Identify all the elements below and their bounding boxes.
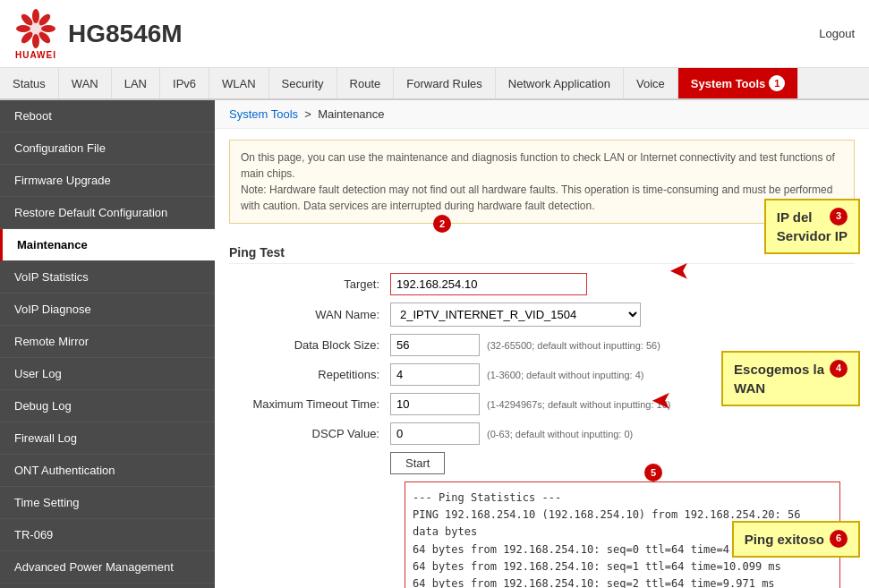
circle-5-icon: 5 (644, 464, 662, 481)
start-button[interactable]: Start (390, 452, 445, 474)
sidebar-item-power-mgmt[interactable]: Advanced Power Management (0, 551, 215, 584)
sidebar-item-voip-stats[interactable]: VoIP Statistics (0, 261, 215, 294)
circle-2-icon: 2 (433, 215, 451, 233)
wan-name-row: WAN Name: 2_IPTV_INTERNET_R_VID_1504 1_T… (229, 303, 855, 327)
header: HUAWEI HG8546M Logout (0, 0, 869, 68)
navbar: Status WAN LAN IPv6 WLAN Security Route … (0, 68, 869, 100)
timeout-label: Maximum Timeout Time: (229, 397, 390, 411)
arrow-3-icon: ➤ (669, 257, 690, 286)
block-size-hint: (32-65500; default without inputting: 56… (487, 340, 660, 351)
annotation-box-3: 3 IP delServidor IP (764, 199, 860, 254)
wan-name-select[interactable]: 2_IPTV_INTERNET_R_VID_1504 1_TR069_INTER… (390, 303, 641, 327)
target-label: Target: (229, 277, 390, 291)
dscp-label: DSCP Value: (229, 427, 390, 440)
circle-4-icon: 4 (830, 360, 848, 378)
sidebar-item-remote-mirror[interactable]: Remote Mirror (0, 326, 215, 358)
ping-test-title: Ping Test (229, 245, 855, 264)
breadcrumb-current: Maintenance (318, 107, 384, 121)
sidebar-item-time-setting[interactable]: Time Setting (0, 487, 215, 519)
wan-name-label: WAN Name: (229, 308, 390, 321)
start-row: Start (229, 452, 855, 474)
main-layout: Reboot Configuration File Firmware Upgra… (0, 100, 869, 588)
target-input[interactable] (390, 273, 587, 295)
content-area: System Tools > Maintenance On this page,… (215, 100, 869, 588)
sidebar-item-reboot[interactable]: Reboot (0, 100, 215, 132)
sidebar-item-tr069[interactable]: TR-069 (0, 519, 215, 551)
dscp-row: DSCP Value: (0-63; default without input… (229, 422, 855, 445)
target-row: Target: (229, 273, 855, 295)
arrow-4-icon: ➤ (652, 387, 672, 416)
nav-wan[interactable]: WAN (59, 68, 112, 98)
logout-button[interactable]: Logout (819, 27, 855, 40)
dscp-hint: (0-63; default without inputting: 0) (487, 429, 633, 439)
block-size-label: Data Block Size: (229, 338, 390, 352)
circle-6-icon: 6 (830, 530, 848, 548)
svg-point-7 (16, 25, 30, 32)
sidebar-item-debug-log[interactable]: Debug Log (0, 390, 215, 422)
annotation-box-4: 4 Escogemos laWAN (721, 351, 860, 406)
nav-voice[interactable]: Voice (624, 68, 678, 98)
nav-forward-rules[interactable]: Forward Rules (394, 68, 496, 98)
sidebar-item-ont-auth[interactable]: ONT Authentication (0, 455, 215, 487)
repetitions-input[interactable] (390, 363, 480, 386)
sidebar: Reboot Configuration File Firmware Upgra… (0, 100, 215, 588)
annotation-2: 2 (433, 215, 451, 233)
nav-lan[interactable]: LAN (112, 68, 160, 98)
info-text: On this page, you can use the maintenanc… (241, 149, 843, 214)
block-size-input[interactable] (390, 334, 480, 356)
circle-3-icon: 3 (830, 208, 848, 226)
info-box: On this page, you can use the maintenanc… (229, 140, 855, 224)
sidebar-item-login-pwd[interactable]: Modify Login Password (0, 584, 215, 588)
dscp-input[interactable] (390, 422, 480, 445)
device-title: HG8546M (68, 20, 183, 48)
nav-ipv6[interactable]: IPv6 (160, 68, 209, 98)
sidebar-item-restore[interactable]: Restore Default Configuration (0, 197, 215, 229)
sidebar-item-user-log[interactable]: User Log (0, 358, 215, 390)
sidebar-item-firewall-log[interactable]: Firewall Log (0, 422, 215, 455)
logo-area: HUAWEI (14, 7, 57, 60)
header-left: HUAWEI HG8546M (14, 7, 183, 60)
nav-network-app[interactable]: Network Application (496, 68, 624, 98)
timeout-input[interactable] (390, 393, 480, 415)
breadcrumb-parent[interactable]: System Tools (229, 107, 298, 121)
nav-system-tools[interactable]: System Tools 1 (678, 68, 799, 98)
nav-status[interactable]: Status (0, 68, 59, 98)
huawei-logo-icon (14, 7, 57, 50)
sidebar-item-firmware[interactable]: Firmware Upgrade (0, 165, 215, 197)
nav-route[interactable]: Route (337, 68, 395, 98)
repetitions-label: Repetitions: (229, 368, 390, 381)
svg-point-1 (32, 9, 39, 23)
svg-point-5 (32, 34, 39, 48)
nav-security[interactable]: Security (269, 68, 337, 98)
annotation-box-6: 6 Ping exitoso (732, 521, 860, 558)
sidebar-item-voip-diagnose[interactable]: VoIP Diagnose (0, 294, 215, 326)
timeout-hint: (1-4294967s; default without inputting: … (487, 399, 670, 410)
svg-point-3 (41, 25, 55, 32)
repetitions-hint: (1-3600; default without inputting: 4) (487, 370, 644, 380)
nav-wlan[interactable]: WLAN (209, 68, 269, 98)
annotation-5: 5 (644, 464, 662, 481)
logo-text: HUAWEI (15, 50, 56, 60)
sidebar-item-config-file[interactable]: Configuration File (0, 132, 215, 165)
sidebar-item-maintenance[interactable]: Maintenance (0, 229, 215, 261)
breadcrumb: System Tools > Maintenance (215, 100, 869, 129)
nav-badge: 1 (769, 75, 785, 91)
